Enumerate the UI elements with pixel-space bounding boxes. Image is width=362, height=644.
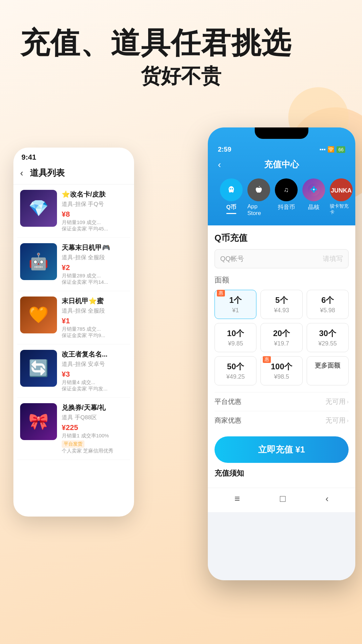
amount-item-4[interactable]: 10个 ¥9.85	[215, 323, 256, 352]
amount-item-2[interactable]: 5个 ¥4.93	[260, 290, 302, 319]
category-label-crystal: 晶核	[308, 203, 319, 211]
left-phone-back-button[interactable]: ‹	[20, 168, 23, 178]
item-sales-4: 月销量4 成交...	[62, 379, 127, 386]
list-item[interactable]: 💎 ⭐改名卡/皮肤 道具-担保 手Q号 ¥8 月销量109 成交... 保证金卖…	[17, 184, 130, 238]
amount-item-5[interactable]: 20个 ¥19.7	[260, 323, 302, 352]
amount-main-2: 5个	[264, 295, 299, 306]
list-item[interactable]: 🤖 天幕末日机甲🎮 道具-担保 全服段 ¥2 月销量289 成交... 保证金卖…	[17, 238, 130, 291]
signal-icon: ▪▪▪	[319, 146, 325, 153]
left-phone-header: ‹ 道具列表	[13, 164, 134, 184]
amount-sub-1: ¥1	[218, 307, 253, 314]
category-tabs: Q币 App Store	[215, 175, 349, 219]
header-section: 充值、道具任君挑选 货好不贵	[0, 0, 362, 97]
amount-item-1[interactable]: 惠 1个 ¥1	[215, 290, 256, 319]
platform-discount-row[interactable]: 平台优惠 无可用 ›	[215, 392, 349, 411]
amount-sub-7: ¥49.25	[218, 373, 253, 380]
active-tab-indicator	[226, 213, 236, 214]
item-image-4: 🔄	[20, 350, 57, 387]
amount-main-more: 更多面额	[310, 361, 345, 370]
amount-tag-8: 惠	[263, 356, 271, 363]
junka-icon: JUNKA	[330, 178, 353, 201]
item-image-3: 🧡	[20, 297, 57, 333]
amount-main-7: 50个	[218, 361, 253, 372]
svg-point-5	[232, 188, 233, 190]
item-desc-3: 道具-担保 全服段	[62, 307, 127, 315]
input-label: QQ帐号	[220, 254, 323, 263]
left-phone-title: 道具列表	[30, 167, 65, 179]
amount-item-6[interactable]: 30个 ¥29.55	[307, 323, 349, 352]
item-price-3: ¥1	[62, 317, 127, 325]
item-image-2: 🤖	[20, 243, 57, 280]
apple-icon	[247, 178, 270, 201]
item-name-4: 改王者复名名...	[62, 350, 127, 359]
amount-item-more[interactable]: 更多面额	[307, 356, 349, 385]
amount-main-3: 6个	[310, 295, 345, 306]
battery-icon: 66	[337, 146, 345, 153]
category-tab-crystal[interactable]: 💠 晶核	[302, 178, 325, 217]
item-price-4: ¥3	[62, 370, 127, 379]
amount-sub-2: ¥4.93	[264, 307, 299, 314]
merchant-discount-label: 商家优惠	[215, 416, 241, 425]
list-item[interactable]: 🎀 兑换券/天幕/礼 道具 手Q88区 ¥225 月销量1 成交率100% 平台…	[17, 398, 130, 460]
input-placeholder: 请填写	[323, 254, 343, 263]
bottom-nav-menu[interactable]: ≡	[235, 493, 240, 504]
left-phone-status-time: 9:41	[13, 148, 134, 164]
svg-point-2	[229, 190, 231, 193]
sub-title: 货好不贵	[20, 63, 342, 90]
category-tab-junka[interactable]: JUNKA 骏卡智充卡	[330, 178, 353, 217]
item-image-1: 💎	[20, 190, 57, 227]
item-image-5: 🎀	[20, 403, 57, 440]
amount-sub-3: ¥5.98	[310, 307, 345, 314]
section-title: Q币充值	[215, 232, 349, 244]
amount-item-7[interactable]: 50个 ¥49.25	[215, 356, 256, 385]
notice-title: 充值须知	[215, 468, 349, 478]
item-sales-5: 月销量1 成交率100%	[62, 433, 127, 439]
main-title: 充值、道具任君挑选	[20, 27, 342, 59]
item-desc-5: 道具 手Q88区	[62, 414, 127, 421]
amount-title: 面额	[215, 275, 349, 285]
right-nav-title: 充值中心	[264, 159, 299, 170]
item-desc-4: 道具-担保 安卓号	[62, 360, 127, 368]
merchant-discount-row[interactable]: 商家优惠 无可用 ›	[215, 411, 349, 430]
item-guarantee-2: 保证金卖家 平均14...	[62, 279, 127, 285]
qq-icon	[220, 178, 243, 201]
right-content: Q币充值 QQ帐号 请填写 面额 惠 1个 ¥1 5个 ¥4.93 6个	[208, 225, 355, 488]
item-name-3: 末日机甲⭐蜜	[62, 297, 127, 306]
platform-discount-label: 平台优惠	[215, 397, 241, 406]
category-label-qq: Q币	[226, 203, 236, 211]
bottom-navigation: ≡ □ ‹	[208, 488, 355, 512]
list-item[interactable]: 🧡 末日机甲⭐蜜 道具-担保 全服段 ¥1 月销量785 成交... 保证金卖家…	[17, 291, 130, 344]
amount-sub-8: ¥98.5	[264, 373, 299, 380]
charge-button[interactable]: 立即充值 ¥1	[215, 436, 349, 463]
qq-account-input-row[interactable]: QQ帐号 请填写	[215, 249, 349, 268]
amount-sub-5: ¥19.7	[264, 340, 299, 347]
list-item[interactable]: 🔄 改王者复名名... 道具-担保 安卓号 ¥3 月销量4 成交... 保证金卖…	[17, 344, 130, 398]
right-status-time: 2:59	[218, 146, 231, 153]
amount-item-3[interactable]: 6个 ¥5.98	[307, 290, 349, 319]
item-sales-1: 月销量109 成交...	[62, 219, 127, 226]
category-tab-appstore[interactable]: App Store	[247, 178, 270, 217]
bottom-nav-home[interactable]: □	[280, 493, 286, 504]
category-label-tiktok: 抖音币	[278, 203, 295, 211]
category-label-junka: 骏卡智充卡	[330, 203, 353, 215]
svg-text:JUNKA: JUNKA	[331, 187, 352, 194]
amount-tag-1: 惠	[217, 290, 225, 297]
item-sales-3: 月销量785 成交...	[62, 326, 127, 332]
category-tab-qq[interactable]: Q币	[220, 178, 243, 217]
bottom-nav-back[interactable]: ‹	[325, 493, 328, 504]
amount-item-8[interactable]: 惠 100个 ¥98.5	[260, 356, 302, 385]
right-status-icons: ▪▪▪ 🛜 66	[319, 146, 345, 153]
item-desc-2: 道具-担保 全服段	[62, 254, 127, 261]
item-name-5: 兑换券/天幕/礼	[62, 403, 127, 412]
item-price-1: ¥8	[62, 210, 127, 219]
amount-sub-4: ¥9.85	[218, 340, 253, 347]
amount-main-6: 30个	[310, 328, 345, 339]
amount-sub-6: ¥29.55	[310, 340, 345, 347]
right-phone: 2:59 ▪▪▪ 🛜 66 ‹ 充值中心	[208, 127, 355, 580]
amount-grid: 惠 1个 ¥1 5个 ¥4.93 6个 ¥5.98 10个 ¥9.85	[215, 290, 349, 385]
item-name-2: 天幕末日机甲🎮	[62, 243, 127, 252]
right-back-button[interactable]: ‹	[218, 159, 221, 170]
svg-point-4	[230, 188, 231, 190]
item-sales-2: 月销量289 成交...	[62, 273, 127, 279]
category-tab-tiktok[interactable]: ♫ 抖音币	[275, 178, 298, 217]
